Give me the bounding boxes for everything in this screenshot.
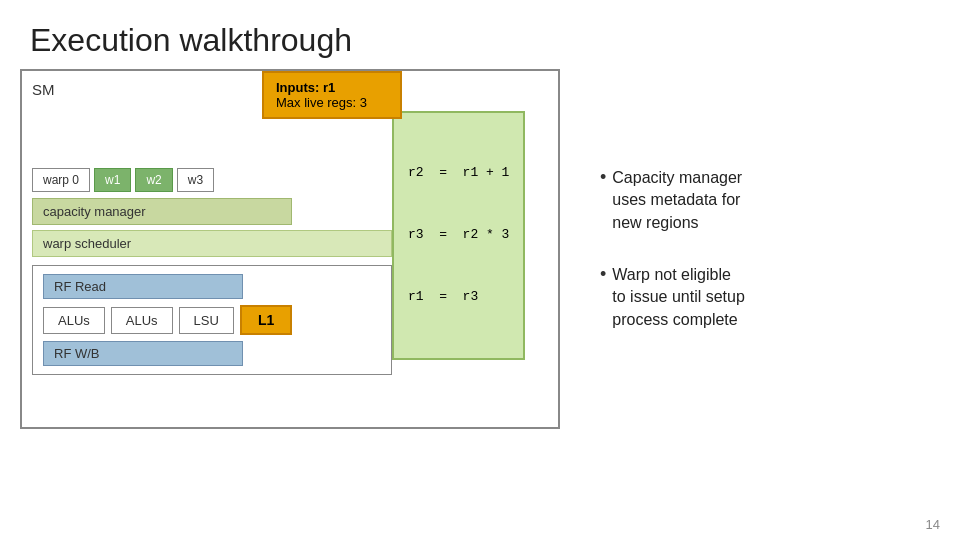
exec-box: RF Read ALUs ALUs LSU L1 RF W/B [32, 265, 392, 375]
code-line-3: r1 = r3 [408, 287, 509, 308]
bullet-text-2a: Warp not eligible [612, 264, 745, 286]
rf-wb-bar: RF W/B [43, 341, 243, 366]
bullet-text-1a: Capacity manager [612, 167, 742, 189]
bullet-text-group-2: Warp not eligible to issue until setup p… [612, 264, 745, 331]
inputs-popup: Inputs: r1 Max live regs: 3 [262, 71, 402, 119]
page-title: Execution walkthrough [0, 0, 960, 69]
warp-chip-3: w3 [177, 168, 214, 192]
inputs-popup-title: Inputs: r1 [276, 80, 388, 95]
code-line-2: r3 = r2 * 3 [408, 225, 509, 246]
bullet-section-1: • Capacity manager uses metadata for new… [600, 167, 930, 234]
bullet-text-2c: process complete [612, 309, 745, 331]
bullet-section-2: • Warp not eligible to issue until setup… [600, 264, 930, 331]
warp-chip-2: w2 [135, 168, 172, 192]
code-line-1: r2 = r1 + 1 [408, 163, 509, 184]
bullet-dot-2: • [600, 264, 606, 286]
warp-chip-0: warp 0 [32, 168, 90, 192]
rf-read-bar: RF Read [43, 274, 243, 299]
bullet-text-1c: new regions [612, 212, 742, 234]
bullet-text-1b: uses metadata for [612, 189, 742, 211]
sm-container: SM Inputs: r1 Max live regs: 3 r2 = r1 +… [20, 69, 560, 429]
lsu-chip: LSU [179, 307, 234, 334]
bullet-text-2b: to issue until setup [612, 286, 745, 308]
code-box: r2 = r1 + 1 r3 = r2 * 3 r1 = r3 [392, 111, 525, 360]
alu-chip-0: ALUs [43, 307, 105, 334]
l1-chip: L1 [240, 305, 292, 335]
inputs-popup-subtitle: Max live regs: 3 [276, 95, 388, 110]
bullet-text-group-1: Capacity manager uses metadata for new r… [612, 167, 742, 234]
warp-chip-1: w1 [94, 168, 131, 192]
bullet-1: • Capacity manager uses metadata for new… [600, 167, 930, 234]
bullet-2: • Warp not eligible to issue until setup… [600, 264, 930, 331]
alu-row: ALUs ALUs LSU L1 [43, 305, 381, 335]
alu-chip-1: ALUs [111, 307, 173, 334]
bullet-dot-1: • [600, 167, 606, 189]
warp-scheduler-bar: warp scheduler [32, 230, 392, 257]
right-panel: • Capacity manager uses metadata for new… [580, 69, 940, 429]
capacity-manager-bar: capacity manager [32, 198, 292, 225]
page-number: 14 [926, 517, 940, 532]
